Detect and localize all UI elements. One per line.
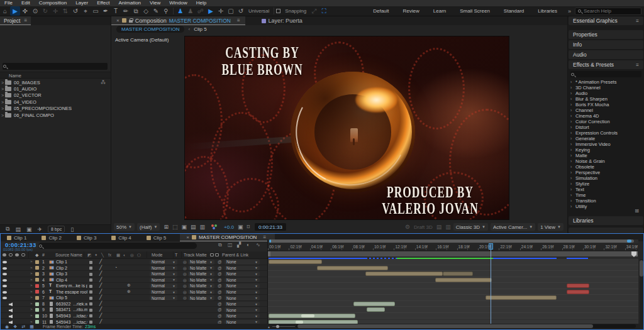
layer-color-chip[interactable] (35, 302, 39, 306)
layer-color-chip[interactable] (35, 308, 39, 312)
parent-pickwhip-icon[interactable]: @ (218, 272, 222, 276)
selection-tool-icon[interactable]: ▶ (10, 6, 20, 16)
track-matte-dropdown[interactable]: No Matte▼ (188, 260, 214, 265)
track-matte-toggle-icon[interactable]: ◎ (183, 283, 187, 289)
project-folder-row[interactable]: >02_VECTOR (0, 92, 111, 99)
project-folder-row[interactable]: >05_PRECOMPOSICIONES (0, 106, 111, 112)
twirl-icon[interactable]: > (0, 87, 5, 91)
effects-category-row[interactable]: ›Boris FX Mocha (570, 102, 641, 107)
effects-category-row[interactable]: ›Noise & Grain (570, 158, 641, 164)
layer-row-5[interactable]: >5TEvery m...ke is paid╱⊕Normal▼◎No Matt… (1, 283, 267, 289)
show-snapshot-icon[interactable]: ⌑ (247, 224, 250, 230)
layer-name[interactable]: Clip 1 (56, 260, 67, 264)
panel-properties[interactable]: Properties (569, 30, 643, 39)
transparency-grid-icon[interactable]: ▤ (191, 224, 196, 230)
parent-pickwhip-icon[interactable]: @ (218, 307, 222, 312)
hand-tool-icon[interactable]: ✜ (20, 6, 30, 16)
effects-category-row[interactable]: ›Matte (570, 153, 641, 158)
twirl-icon[interactable]: > (30, 260, 33, 263)
layer-row-8[interactable]: >8663922_...riek.wav╱@None▼ (1, 301, 267, 307)
exposure-value[interactable]: +0.0 (224, 224, 234, 230)
project-folder-row[interactable]: >01_AUDIO (0, 85, 111, 92)
position-gizmo-icon[interactable]: ✛ (216, 6, 226, 16)
layer-row-4[interactable]: >4Clip 4╱Normal▼◎No Matte▼@None▼ (1, 277, 267, 283)
twirl-icon[interactable]: › (570, 108, 575, 113)
timeline-search[interactable] (38, 243, 197, 249)
type-tool-icon[interactable]: T (111, 6, 121, 16)
parent-link-dropdown[interactable]: None▼ (225, 260, 260, 265)
twirl-icon[interactable]: > (30, 314, 33, 317)
twirl-icon[interactable]: > (30, 295, 33, 299)
effects-category-row[interactable]: ›Perspective (570, 170, 641, 175)
timeline-tab-clip-4[interactable]: Clip 4 (105, 234, 140, 241)
ground-plane-icon[interactable]: ▤ (436, 224, 442, 230)
zoom-out-icon[interactable]: ▲ (267, 325, 270, 329)
twirl-icon[interactable]: › (570, 114, 575, 118)
time-ruler[interactable]: 00:19f02:19f04:19f06:19f08:19f10:19f12:1… (268, 243, 638, 251)
timeline-tab-master-composition[interactable]: ×MASTER COMPOSITION≡ (180, 234, 275, 241)
quality-toggle[interactable]: ╱ (99, 277, 102, 282)
layer-name[interactable]: Clip 4 (56, 278, 67, 282)
track-matte-toggle-icon[interactable]: ◎ (183, 295, 187, 300)
layer-name[interactable]: Clip 5 (56, 295, 67, 300)
clone-stamp-tool-icon[interactable]: ⧉ (131, 6, 141, 16)
twirl-icon[interactable]: › (570, 80, 575, 84)
renderer-dropdown[interactable]: Classic 3D ▼ (453, 223, 488, 231)
track-matte-toggle-icon[interactable]: ◎ (183, 266, 187, 271)
parent-pickwhip-icon[interactable]: @ (218, 278, 222, 282)
menu-animation[interactable]: Animation (114, 0, 145, 6)
effects-category-row[interactable]: ›Color Correction (570, 119, 641, 124)
layer-row-3[interactable]: >3Clip 3╱Normal▼◎No Matte▼@None▼ (1, 271, 267, 277)
track-matte-toggle-icon[interactable]: ◎ (183, 278, 187, 283)
snapping-checkbox[interactable] (276, 9, 280, 13)
layer-color-chip[interactable] (35, 284, 39, 288)
rotation-tool-icon[interactable]: ↺ (70, 6, 80, 16)
layer-row-6[interactable]: >6TThe escape rooM╱⊕Normal▼◎No Matte▼@No… (1, 289, 267, 295)
layer-color-chip[interactable] (35, 296, 39, 300)
layer-duration-bar-segment[interactable] (443, 272, 473, 276)
effects-category-row[interactable]: ›3D Channel (570, 85, 641, 91)
video-enabled-icon[interactable] (3, 297, 7, 299)
parent-pickwhip-icon[interactable]: @ (218, 314, 222, 318)
project-flowchart-icon[interactable]: ✈ (37, 226, 42, 233)
timeline-horizontal-scrollbar[interactable] (296, 324, 636, 328)
quality-toggle[interactable]: ╱ (99, 283, 102, 288)
axis-world-icon[interactable]: ♟ (186, 6, 196, 16)
panel-menu-icon[interactable]: ≡ (24, 18, 27, 23)
panel-menu-icon[interactable]: ≡ (636, 18, 639, 24)
pen-tool-icon[interactable]: ✒ (101, 6, 111, 16)
draft-3d-icon[interactable]: ⚙ (405, 224, 410, 230)
twirl-icon[interactable]: > (30, 302, 33, 305)
panel-menu-icon[interactable]: ≡ (636, 62, 639, 68)
track-matte-dropdown[interactable]: No Matte▼ (188, 266, 214, 271)
twirl-icon[interactable]: › (570, 182, 575, 186)
parent-link-dropdown[interactable]: None▼ (225, 295, 260, 300)
effects-category-row[interactable]: ›Distort (570, 124, 641, 130)
delete-icon[interactable]: ▯ (70, 226, 74, 233)
twirl-icon[interactable]: > (0, 113, 5, 118)
effects-category-row[interactable]: ›Text (570, 187, 641, 192)
effects-category-row[interactable]: ›Time (570, 192, 641, 198)
layer-duration-bar[interactable] (435, 278, 492, 282)
menu-effect[interactable]: Effect (92, 0, 114, 6)
mode-dropdown[interactable]: Normal▼ (150, 295, 177, 300)
shy-toggle[interactable] (89, 261, 92, 264)
twirl-icon[interactable]: > (0, 80, 5, 85)
t-column-header[interactable]: T (175, 253, 177, 257)
twirl-icon[interactable]: › (570, 153, 575, 158)
twirl-icon[interactable]: › (570, 159, 575, 163)
twirl-icon[interactable]: › (570, 97, 575, 101)
layer-name[interactable]: Every m...ke is paid (56, 283, 87, 288)
twirl-icon[interactable]: › (570, 176, 575, 180)
layer-row-1[interactable]: >1Clip 1╱Normal▼◎No Matte▼@None▼ (1, 259, 267, 265)
region-of-interest-icon[interactable]: ▣ (182, 224, 187, 230)
twirl-icon[interactable]: › (570, 142, 575, 146)
tab-composition-master[interactable]: × Composition MASTER COMPOSITION ≡ (111, 16, 245, 25)
track-row-2[interactable] (268, 265, 638, 272)
shy-toggle[interactable] (89, 309, 92, 312)
menu-help[interactable]: Help (192, 0, 211, 6)
panel-menu-icon[interactable]: ≡ (237, 18, 240, 23)
help-search-input[interactable] (584, 8, 640, 14)
twirl-icon[interactable]: › (570, 204, 575, 209)
scale-gizmo-icon[interactable]: ▢ (226, 6, 236, 16)
